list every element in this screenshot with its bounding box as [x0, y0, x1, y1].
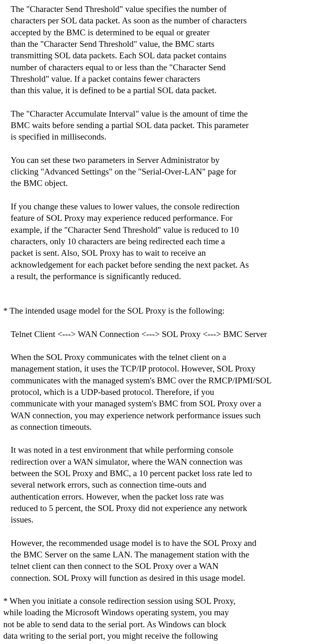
- paragraph-usage-diagram: Telnet Client <---> WAN Connection <--->…: [3, 328, 322, 340]
- text-line: transmitting SOL data packets. Each SOL …: [11, 50, 322, 61]
- text-line: It was noted in a test environment that …: [11, 444, 322, 456]
- text-line: as connection timeouts.: [11, 421, 322, 433]
- text-line: communicate with your managed system's B…: [11, 398, 322, 409]
- text-line: The "Character Send Threshold" value spe…: [11, 3, 322, 15]
- text-line: data writing to the serial port, you mig…: [3, 630, 322, 642]
- paragraph-test-env: It was noted in a test environment that …: [3, 444, 322, 525]
- text-line: redirection over a WAN simulator, where …: [11, 456, 322, 468]
- text-line: characters per SOL data packet. As soon …: [11, 15, 322, 26]
- text-line: The "Character Accumulate Interval" valu…: [11, 108, 322, 119]
- text-line: the BMC Server on the same LAN. The mana…: [11, 549, 322, 560]
- text-line: However, the recommended usage model is …: [11, 537, 322, 549]
- text-line: characters, only 10 characters are being…: [11, 236, 322, 247]
- text-line: the BMC object.: [11, 177, 322, 189]
- bullet-console-redirection: * When you initiate a console redirectio…: [3, 595, 322, 644]
- text-line: If you change these values to lower valu…: [11, 201, 322, 212]
- text-line: several network errors, such as connecti…: [11, 479, 322, 490]
- text-line: between the SOL Proxy and BMC, a 10 perc…: [11, 468, 322, 479]
- text-line: example, if the "Character Send Threshol…: [11, 224, 322, 236]
- text-line: * When you initiate a console redirectio…: [3, 595, 322, 607]
- text-line: issues.: [11, 514, 322, 525]
- text-line: acknowledgement for each packet before s…: [11, 259, 322, 270]
- text-line: message when you attempt to send data us…: [3, 642, 322, 644]
- text-line: Threshold" value. If a packet contains f…: [11, 73, 322, 85]
- text-line: number of characters equal to or less th…: [11, 62, 322, 73]
- text-line: * The intended usage model for the SOL P…: [3, 305, 322, 316]
- text-line: communicates with the managed system's B…: [11, 375, 322, 386]
- text-line: clicking "Advanced Settings" on the "Ser…: [11, 166, 322, 177]
- text-line: is specified in milliseconds.: [11, 131, 322, 142]
- paragraph-char-accumulate-interval: The "Character Accumulate Interval" valu…: [3, 108, 322, 143]
- text-line: than this value, it is defined to be a p…: [11, 85, 322, 96]
- text-line: feature of SOL Proxy may experience redu…: [11, 212, 322, 224]
- paragraph-sol-proxy-comm: When the SOL Proxy communicates with the…: [3, 351, 322, 433]
- bullet-usage-model: * The intended usage model for the SOL P…: [3, 305, 322, 316]
- text-line: packet is sent. Also, SOL Proxy has to w…: [11, 247, 322, 259]
- text-line: Telnet Client <---> WAN Connection <--->…: [11, 328, 322, 340]
- text-line: accepted by the BMC is determined to be …: [11, 27, 322, 38]
- text-line: BMC waits before sending a partial SOL d…: [11, 119, 322, 131]
- text-line: connection. SOL Proxy will function as d…: [11, 572, 322, 584]
- text-line: while loading the Microsoft Windows oper…: [3, 607, 322, 618]
- text-line: reduced to 5 percent, the SOL Proxy did …: [11, 502, 322, 514]
- paragraph-char-send-threshold: The "Character Send Threshold" value spe…: [3, 3, 322, 96]
- paragraph-lower-values: If you change these values to lower valu…: [3, 201, 322, 282]
- text-line: WAN connection, you may experience netwo…: [11, 410, 322, 421]
- paragraph-set-params: You can set these two parameters in Serv…: [3, 154, 322, 189]
- text-line: authentication errors. However, when the…: [11, 491, 322, 502]
- text-line: You can set these two parameters in Serv…: [11, 154, 322, 166]
- text-line: a result, the performance is significant…: [11, 270, 322, 282]
- text-line: management station, it uses the TCP/IP p…: [11, 363, 322, 374]
- text-line: When the SOL Proxy communicates with the…: [11, 351, 322, 363]
- text-line: telnet client can then connect to the SO…: [11, 560, 322, 572]
- text-line: than the "Character Send Threshold" valu…: [11, 38, 322, 50]
- paragraph-recommended-usage: However, the recommended usage model is …: [3, 537, 322, 584]
- text-line: not be able to send data to the serial p…: [3, 619, 322, 630]
- text-line: protocol, which is a UDP-based protocol.…: [11, 386, 322, 398]
